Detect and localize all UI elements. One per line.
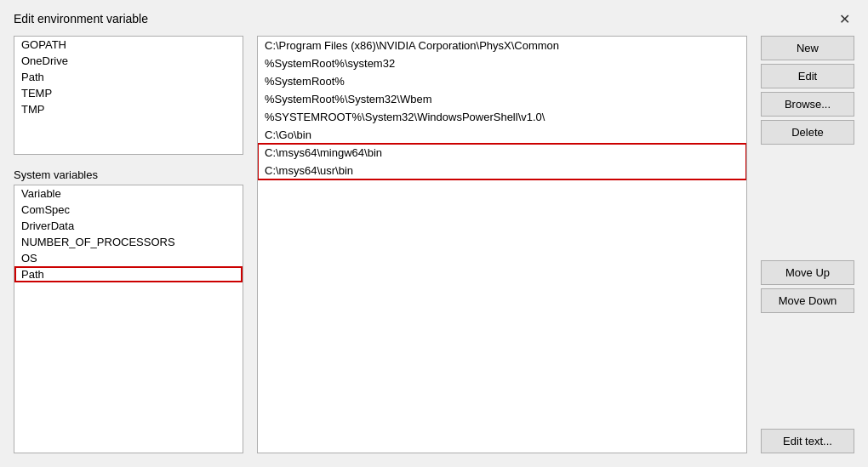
- dialog-title: Edit environment variable: [14, 12, 148, 26]
- path-item[interactable]: %SystemRoot%\System32\Wbem: [258, 90, 746, 108]
- list-item[interactable]: Variable: [14, 185, 243, 202]
- path-item[interactable]: C:\Program Files (x86)\NVIDIA Corporatio…: [258, 37, 746, 54]
- titlebar: Edit environment variable ✕: [0, 0, 868, 36]
- path-item[interactable]: C:\Go\bin: [258, 126, 746, 144]
- move-down-button[interactable]: Move Down: [761, 288, 854, 313]
- user-variables-list: GOPATHOneDrivePathTEMPTMP: [14, 36, 243, 155]
- list-item[interactable]: Path: [14, 266, 243, 282]
- left-panel: GOPATHOneDrivePathTEMPTMP System variabl…: [14, 36, 243, 453]
- close-button[interactable]: ✕: [834, 9, 854, 29]
- action-buttons: New Edit Browse... Delete Move Up Move D…: [761, 36, 854, 453]
- path-item[interactable]: C:\msys64\usr\bin: [258, 162, 746, 179]
- path-item[interactable]: %SystemRoot%\system32: [258, 54, 746, 72]
- system-variables-label: System variables: [14, 168, 243, 181]
- edit-button[interactable]: Edit: [761, 64, 854, 88]
- list-item[interactable]: ComSpec: [14, 202, 243, 218]
- button-spacer-2: [761, 316, 854, 425]
- list-item[interactable]: DriverData: [14, 218, 243, 234]
- main-area: C:\Program Files (x86)\NVIDIA Corporatio…: [257, 36, 854, 453]
- path-item[interactable]: %SYSTEMROOT%\System32\WindowsPowerShell\…: [258, 108, 746, 126]
- list-item[interactable]: TMP: [14, 101, 243, 117]
- list-item[interactable]: NUMBER_OF_PROCESSORS: [14, 234, 243, 250]
- new-button[interactable]: New: [761, 36, 854, 60]
- path-item[interactable]: %SystemRoot%: [258, 72, 746, 90]
- list-item[interactable]: TEMP: [14, 85, 243, 101]
- edit-env-var-dialog: Edit environment variable ✕ GOPATHOneDri…: [0, 0, 868, 467]
- system-variables-list: VariableComSpecDriverDataNUMBER_OF_PROCE…: [14, 185, 243, 453]
- list-item[interactable]: GOPATH: [14, 37, 243, 53]
- edit-text-button[interactable]: Edit text...: [761, 429, 854, 453]
- list-item[interactable]: Path: [14, 69, 243, 85]
- dialog-content: GOPATHOneDrivePathTEMPTMP System variabl…: [0, 36, 868, 467]
- list-item[interactable]: OS: [14, 250, 243, 266]
- button-spacer: [761, 148, 854, 257]
- path-item[interactable]: C:\msys64\mingw64\bin: [258, 144, 746, 162]
- browse-button[interactable]: Browse...: [761, 92, 854, 117]
- delete-button[interactable]: Delete: [761, 120, 854, 145]
- path-list[interactable]: C:\Program Files (x86)\NVIDIA Corporatio…: [257, 36, 747, 453]
- list-item[interactable]: OneDrive: [14, 53, 243, 69]
- move-up-button[interactable]: Move Up: [761, 260, 854, 285]
